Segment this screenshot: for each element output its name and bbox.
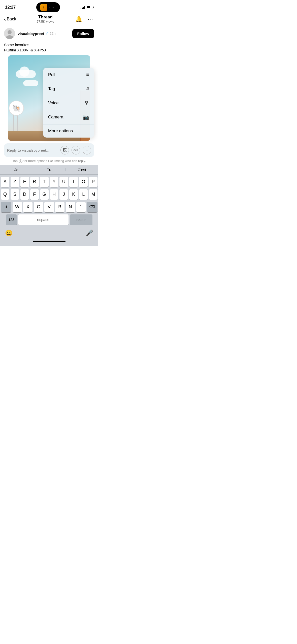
key-b[interactable]: B <box>55 202 64 212</box>
autocomplete-word-3[interactable]: C'est <box>65 167 98 172</box>
hint-suffix: for more options like limiting who can r… <box>23 159 86 163</box>
compose-dropdown-menu: Poll ≡ Tag # Voice 🎙 Camera 📷 More optio… <box>43 68 94 138</box>
page-title: Thread <box>37 15 54 20</box>
dropdown-item-tag[interactable]: Tag # <box>43 82 94 96</box>
chevron-left-icon: ‹ <box>4 17 6 22</box>
more-options-label: More options <box>48 128 73 134</box>
key-k[interactable]: K <box>69 189 78 200</box>
keyboard-rows: A Z E R T Y U I O P Q S D F G H J K L M … <box>0 175 98 228</box>
photo-icon: 🖼 <box>63 148 67 152</box>
author-name: visualsbypreet <box>18 31 44 36</box>
key-h[interactable]: H <box>50 189 58 200</box>
key-d[interactable]: D <box>20 189 29 200</box>
key-j[interactable]: J <box>59 189 68 200</box>
key-t[interactable]: T <box>40 177 49 187</box>
plus-icon: + <box>86 148 88 153</box>
key-o[interactable]: O <box>79 177 88 187</box>
status-indicators <box>81 6 93 9</box>
numbers-key[interactable]: 123 <box>6 214 17 225</box>
key-f[interactable]: F <box>30 189 39 200</box>
notification-bell-icon[interactable]: 🔔 <box>75 15 83 23</box>
verified-badge-icon: ✓ <box>45 31 48 36</box>
key-r[interactable]: R <box>30 177 39 187</box>
key-e[interactable]: E <box>20 177 29 187</box>
reply-bar: 🖼 GIF + <box>4 143 94 157</box>
key-u[interactable]: U <box>59 177 68 187</box>
follow-button[interactable]: Follow <box>72 29 94 38</box>
navigation-header: ‹ Back Thread 27.5K views 🔔 ⋯ <box>0 13 98 25</box>
camera-icon: 📷 <box>83 114 89 120</box>
key-x[interactable]: X <box>23 202 32 212</box>
key-m[interactable]: M <box>89 189 97 200</box>
key-v[interactable]: V <box>44 202 54 212</box>
dropdown-item-more-options[interactable]: More options <box>43 124 94 138</box>
podcast-icon: 🎙 <box>40 4 47 11</box>
more-options-icon[interactable]: ⋯ <box>86 15 94 23</box>
reply-input[interactable] <box>7 148 58 152</box>
keyboard-row-4: 123 espace retour <box>1 214 97 225</box>
key-q[interactable]: Q <box>1 189 9 200</box>
key-y[interactable]: Y <box>50 177 58 187</box>
signal-bar-4 <box>84 6 85 9</box>
tag-label: Tag <box>48 86 55 91</box>
cloud-2 <box>23 80 38 86</box>
poll-label: Poll <box>48 72 55 77</box>
key-p[interactable]: P <box>89 177 97 187</box>
signal-bars <box>81 6 85 9</box>
photo-attach-button[interactable]: 🖼 <box>60 146 69 154</box>
key-w[interactable]: W <box>13 202 22 212</box>
space-key[interactable]: espace <box>18 214 69 225</box>
author-details: visualsbypreet ✓ 22h <box>18 31 55 36</box>
keyboard-row-2: Q S D F G H J K L M <box>1 189 97 200</box>
autocomplete-word-1[interactable]: Je <box>0 167 33 172</box>
emoji-button[interactable]: 😀 <box>5 230 13 237</box>
key-g[interactable]: G <box>40 189 49 200</box>
delete-key[interactable]: ⌫ <box>87 202 97 212</box>
dropdown-item-poll[interactable]: Poll ≡ <box>43 68 94 82</box>
header-center: Thread 27.5K views <box>37 15 54 23</box>
svg-point-1 <box>8 30 12 34</box>
post-author-row: visualsbypreet ✓ 22h Follow <box>0 25 98 42</box>
shift-key[interactable]: ⬆ <box>1 202 11 212</box>
add-options-button[interactable]: + <box>83 146 91 154</box>
avatar[interactable] <box>4 28 15 39</box>
key-i[interactable]: I <box>69 177 78 187</box>
gif-button[interactable]: GIF <box>72 146 80 154</box>
key-n[interactable]: N <box>66 202 75 212</box>
dictation-mic-icon[interactable]: 🎤 <box>86 230 93 237</box>
key-c[interactable]: C <box>34 202 43 212</box>
signal-bar-2 <box>82 8 83 9</box>
key-l[interactable]: L <box>79 189 88 200</box>
keyboard-row-3: ⬆ W X C V B N ´ ⌫ <box>1 202 97 212</box>
status-bar: 12:27 🎙 ····· <box>0 0 98 13</box>
key-a[interactable]: A <box>1 177 9 187</box>
home-indicator <box>0 239 98 246</box>
post-line-1: Some favorites <box>4 42 94 47</box>
view-count: 27.5K views <box>37 20 54 23</box>
dropdown-item-camera[interactable]: Camera 📷 <box>43 110 94 124</box>
key-accent[interactable]: ´ <box>76 202 86 212</box>
back-button[interactable]: ‹ Back <box>4 17 16 22</box>
voice-label: Voice <box>48 101 59 106</box>
gif-icon: GIF <box>74 149 78 152</box>
dropdown-item-voice[interactable]: Voice 🎙 <box>43 96 94 110</box>
signal-bar-1 <box>81 8 81 9</box>
now-playing-pill[interactable]: 🎙 ····· <box>36 2 60 12</box>
keyboard-bottom-bar: 😀 🎤 <box>0 228 98 239</box>
header-actions: 🔔 ⋯ <box>75 15 94 23</box>
poll-icon: ≡ <box>86 72 89 78</box>
hint-circle-icon: + <box>19 159 22 163</box>
author-name-row: visualsbypreet ✓ 22h <box>18 31 55 36</box>
status-time: 12:27 <box>5 5 16 10</box>
return-key[interactable]: retour <box>70 214 92 225</box>
shell-logo: 🐚 <box>9 101 24 116</box>
camera-label: Camera <box>48 115 63 120</box>
battery-icon <box>87 6 93 9</box>
status-dots: ····· <box>49 6 56 9</box>
autocomplete-word-2[interactable]: Tu <box>33 167 65 172</box>
key-s[interactable]: S <box>11 189 19 200</box>
post-time: 22h <box>50 31 55 36</box>
key-z[interactable]: Z <box>11 177 19 187</box>
hint-text: Tap + for more options like limiting who… <box>0 157 98 165</box>
keyboard: Je Tu C'est A Z E R T Y U I O P Q S D F … <box>0 165 98 246</box>
